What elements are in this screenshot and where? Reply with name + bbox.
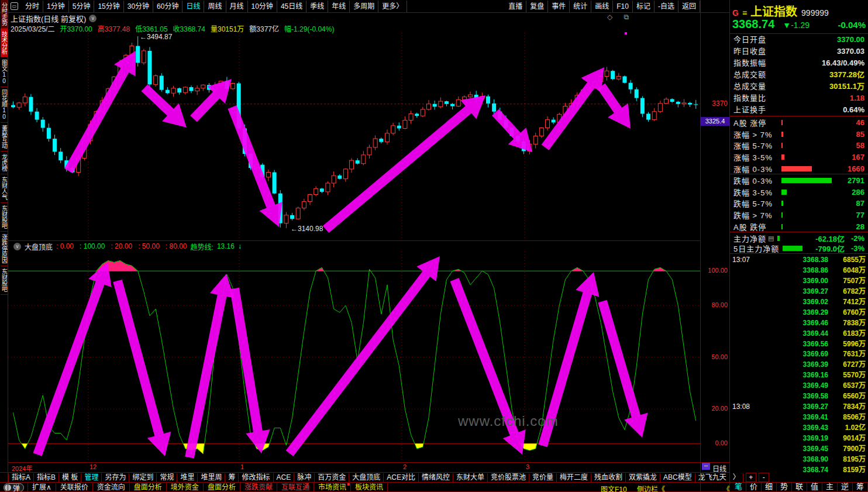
indicator-tab[interactable]: 大盘顶底 <box>349 473 384 482</box>
tick-price: 3369.02 <box>759 297 828 308</box>
quote-tab-主[interactable]: 主 <box>822 482 838 491</box>
bottom-bar-item[interactable]: 扩展∧ <box>27 483 56 492</box>
indicator-tab[interactable]: ACE对比 <box>384 473 419 482</box>
bottom-bar-item[interactable]: 盘面分析 <box>204 483 240 492</box>
tick-time <box>731 455 759 465</box>
advancer-value: 46 <box>856 118 864 127</box>
tick-time <box>731 381 759 391</box>
hamburger-icon[interactable]: ≡ <box>742 8 747 18</box>
indicator-param: : 0.00 <box>56 242 74 250</box>
popup-toggle[interactable]: 弹 <box>4 483 24 492</box>
quote-row: 总成交量30151.1万 <box>733 81 864 92</box>
indicator-tab[interactable]: 指标A <box>8 473 34 482</box>
tick-time <box>731 465 759 476</box>
tick-row: 3369.296760万 <box>731 308 868 318</box>
tick-price: 3369.45 <box>759 444 828 455</box>
indicator-tab[interactable]: 修改指标 <box>239 473 273 482</box>
indicator-tab[interactable]: 另存为 <box>102 473 129 482</box>
graphic-f10-button[interactable]: 图文F10 <box>601 484 627 492</box>
main-force-value: -799.0亿 <box>815 243 845 254</box>
tick-price: 3369.56 <box>759 339 828 350</box>
indicator-collapse-icon[interactable]: ∨ <box>13 243 21 250</box>
quote-tab-联[interactable]: 联 <box>792 482 807 491</box>
decliner-row: 跌幅 5-7%87 <box>733 198 864 209</box>
quote-tab-价[interactable]: 价 <box>746 482 762 491</box>
indicator-tab[interactable]: 残血收割 <box>591 473 626 482</box>
indicator-tab[interactable]: 堆里周 <box>198 473 225 482</box>
x-axis-month-label: 3 <box>526 463 529 470</box>
quote-tab-势[interactable]: 势 <box>777 482 792 491</box>
advancer-bar <box>781 132 783 137</box>
bottom-bar-item[interactable]: 关联报价 <box>56 483 93 492</box>
tick-row: 3368.866048万 <box>731 266 868 276</box>
quote-name[interactable]: 上证指数 <box>750 2 797 19</box>
decliner-bar <box>781 201 783 206</box>
advancer-row: 涨幅 > 7%85 <box>733 129 864 140</box>
low-price-label: ←3140.98 <box>291 225 323 233</box>
indicator-tab[interactable]: 脉冲 <box>294 473 315 482</box>
decliner-value: 77 <box>856 211 864 219</box>
quote-row-value: 1.18 <box>850 92 864 104</box>
tick-time <box>731 339 759 350</box>
quote-tab-细[interactable]: 细 <box>762 482 777 491</box>
bottom-bar-item[interactable]: 板块资讯 <box>351 483 388 492</box>
indicator-tab[interactable]: ACE <box>274 473 295 482</box>
main-force-pct: -3% <box>845 244 864 253</box>
quote-tab-值[interactable]: 值 <box>807 482 822 491</box>
toggle-label: 弹 <box>13 483 20 492</box>
advancer-label: 涨幅 5-7% <box>733 140 778 151</box>
tick-row: 3368.908195万 <box>731 455 868 465</box>
indicator-tab[interactable]: 模 板 <box>59 473 81 482</box>
tick-time <box>731 391 759 402</box>
price-change-pct: -0.04% <box>838 20 866 30</box>
tick-volume: 6537万 <box>828 381 868 391</box>
indicator-tab[interactable]: 堆里 <box>177 473 198 482</box>
tick-volume: 7412万 <box>828 297 868 308</box>
bottom-bar-item[interactable]: 资金流向 <box>93 483 130 492</box>
tick-row: 3369.565996万 <box>731 339 868 350</box>
indicator-tab[interactable]: 管理 <box>81 473 102 482</box>
indicator-tab[interactable]: 竞价股票池 <box>488 473 529 482</box>
indicator-tab[interactable]: 竞价量 <box>529 473 557 482</box>
indicator-tab[interactable]: 指标B <box>34 473 59 482</box>
quote-row-value: 3370.03 <box>837 46 864 57</box>
tick-list[interactable]: 13:073368.386855万3368.866048万3369.007507… <box>731 255 868 476</box>
tick-time <box>731 423 759 433</box>
decliner-value: 28 <box>856 222 864 231</box>
quote-row: 指数量比1.18 <box>733 92 864 104</box>
indicator-tab[interactable]: 梅开二度 <box>557 473 591 482</box>
tick-volume: 8506万 <box>828 412 868 423</box>
advancer-row: 涨幅 0-3%1669 <box>733 163 864 174</box>
trend-arrow-icon: ↓ <box>238 242 242 250</box>
decliner-bar <box>781 212 783 218</box>
bottom-bar-item[interactable]: 盘面分析 <box>130 483 167 492</box>
quote-tab-逆[interactable]: 逆 <box>838 482 853 491</box>
bottom-bar-item[interactable]: 境外资金 <box>167 483 204 492</box>
indicator-tab[interactable]: 东财大单 <box>453 473 488 482</box>
bottom-bar-item[interactable]: 涨跌贡献 <box>240 483 277 492</box>
indicator-param: : 100.00 <box>80 242 105 250</box>
decliner-bar <box>781 190 787 195</box>
tick-time <box>731 412 759 423</box>
quote-tab-筹[interactable]: 筹 <box>853 482 868 491</box>
indicator-tab[interactable]: 筹 <box>225 473 239 482</box>
list-icon[interactable]: ▤ <box>768 235 774 242</box>
quote-tab-笔[interactable]: 笔 <box>731 482 746 491</box>
quote-header: G ≡ 上证指数 999999 <box>732 2 829 15</box>
indicator-tab[interactable]: 百万资金 <box>315 473 349 482</box>
axis-dash-box[interactable]: -- <box>702 462 710 470</box>
bottom-bar-item[interactable]: 互联互通 <box>277 483 314 492</box>
tick-row: 3369.418506万 <box>731 412 868 423</box>
indicator-tab[interactable]: ABC模型 <box>660 473 695 482</box>
indicator-param: : 80.00 <box>166 242 187 250</box>
indicator-tab[interactable]: 常规 <box>157 473 177 482</box>
indicator-tab[interactable]: 双紫撬龙 <box>626 473 660 482</box>
indicator-tab[interactable]: 情绪风控 <box>419 473 453 482</box>
indicator-tab[interactable]: 绑定到 <box>129 473 157 482</box>
quote-row: 总成交额3377.28亿 <box>733 69 864 81</box>
bottom-bar-item[interactable]: 市场资讯 <box>314 483 351 492</box>
quote-row: 昨日收盘3370.03 <box>733 46 864 57</box>
tick-volume: 7900万 <box>828 444 868 455</box>
advancer-label: 涨幅 0-3% <box>733 163 778 174</box>
sidebar-panel-button[interactable]: 侧边栏《 <box>637 484 665 492</box>
